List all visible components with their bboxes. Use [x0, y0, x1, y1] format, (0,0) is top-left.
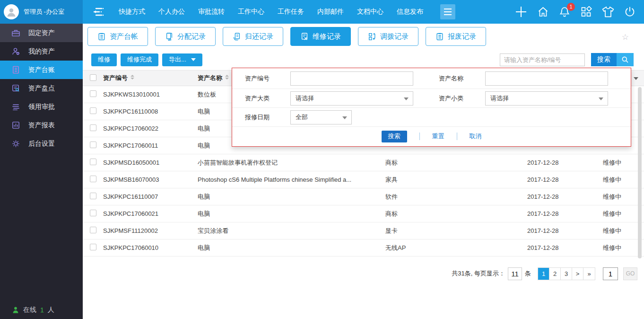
page-2-button[interactable]: 2 [549, 268, 561, 280]
row-checkbox[interactable] [90, 176, 96, 182]
tab-return-records[interactable]: 归还记录 [223, 27, 283, 46]
cancel-link[interactable]: 取消 [470, 132, 482, 141]
row-checkbox[interactable] [90, 193, 96, 199]
select-all-checkbox[interactable] [90, 74, 96, 81]
sidebar-item-asset-ledger[interactable]: 资产台账 [0, 61, 83, 79]
sidebar-item-label: 资产报表 [28, 121, 55, 130]
tab-allocation-records[interactable]: 分配记录 [155, 27, 216, 46]
home-icon[interactable] [537, 6, 549, 18]
page-buttons: 1 2 3 > » [538, 267, 595, 280]
asset-code-cell: SJKPKPC17060011 [103, 142, 198, 149]
row-checkbox[interactable] [90, 124, 96, 131]
nav-item-info-publish[interactable]: 信息发布 [397, 8, 423, 16]
select-value: 请选择 [490, 94, 509, 103]
search-icon[interactable] [617, 53, 634, 66]
sort-icon[interactable] [225, 75, 229, 80]
notifications-bell-icon[interactable]: 1 [559, 6, 570, 18]
user-avatar-icon [6, 6, 17, 18]
topbar-actions: 1 [515, 6, 635, 18]
apps-grid-icon[interactable] [580, 6, 592, 18]
asset-code-cell: SJKPKPC17060010 [103, 244, 198, 251]
avatar[interactable] [4, 4, 19, 19]
pagination: 共31条, 每页显示： 条 1 2 3 > » GO [452, 265, 637, 282]
toolbar: 维修 维修完成 导出... 搜索 [83, 49, 644, 70]
tab-scrap-records[interactable]: 报废记录 [426, 27, 486, 46]
row-checkbox[interactable] [90, 107, 96, 114]
asset-code-input[interactable] [290, 71, 413, 86]
more-menu-button[interactable] [440, 4, 455, 19]
major-category-select[interactable]: 请选择 [290, 91, 413, 106]
page-1-button[interactable]: 1 [538, 268, 549, 280]
repair-date-select[interactable]: 全部 [290, 110, 352, 124]
logout-power-icon[interactable] [624, 6, 635, 18]
tab-label: 分配记录 [177, 32, 206, 41]
clipboard-icon [97, 32, 106, 41]
user-name: 管理员 -办公室 [24, 8, 64, 16]
sort-icon[interactable] [131, 75, 134, 80]
sidebar-item-fixed-assets[interactable]: 固定资产 [0, 24, 83, 42]
table-scrollbar[interactable] [638, 87, 642, 258]
sidebar-item-asset-inventory[interactable]: 资产盘点 [0, 79, 83, 97]
go-button[interactable]: GO [623, 267, 637, 280]
table-row[interactable]: SJKPMSF11120002 宝贝涂涂看 显卡 2017-12-28 维修中 [83, 222, 644, 239]
nav-item-work-center[interactable]: 工作中心 [238, 8, 264, 16]
panel-search-button[interactable]: 搜索 [382, 131, 407, 142]
row-checkbox[interactable] [90, 90, 96, 97]
search-button[interactable]: 搜索 [591, 53, 634, 66]
sidebar-item-requisition-approval[interactable]: 领用审批 [0, 97, 83, 116]
header-asset-code[interactable]: 资产编号 [103, 74, 198, 82]
table-row[interactable]: SJKPKPC17060021 电脑 商标 2017-12-28 维修中 [83, 205, 644, 222]
row-checkbox[interactable] [90, 244, 96, 250]
row-checkbox[interactable] [90, 142, 96, 148]
category-cell: 家具 [385, 176, 527, 184]
page-3-button[interactable]: 3 [561, 268, 572, 280]
nav-item-document-center[interactable]: 文档中心 [357, 8, 383, 16]
nav-item-work-tasks[interactable]: 工作任务 [278, 8, 304, 16]
sidebar-item-asset-reports[interactable]: 资产报表 [0, 116, 83, 134]
tab-transfer-records[interactable]: 调拨记录 [358, 27, 418, 46]
table-row[interactable]: SJKPMSB16070003 Photoshop cS6 Multiple P… [83, 171, 644, 188]
next-page-button[interactable]: > [572, 268, 583, 280]
category-cell: 显卡 [385, 227, 527, 235]
goto-page-input[interactable] [603, 267, 618, 280]
record-tabs: 资产台帐 分配记录 归还记录 维修记录 调拨记录 报废记录 ☆ [83, 24, 644, 49]
row-checkbox[interactable] [90, 159, 96, 165]
asset-code-cell: SJKPMSB16070003 [103, 176, 198, 183]
sidebar-item-admin-settings[interactable]: 后台设置 [0, 134, 83, 153]
quick-search-input[interactable] [500, 53, 585, 66]
favorite-star-icon[interactable]: ☆ [622, 32, 629, 42]
nav-item-shortcuts[interactable]: 快捷方式 [119, 8, 145, 16]
user-block[interactable]: 管理员 -办公室 [0, 0, 83, 24]
caret-down-icon [404, 97, 409, 100]
add-icon[interactable] [515, 6, 527, 18]
blocks-transfer-icon [368, 32, 376, 41]
online-count: 1 [40, 306, 44, 314]
tab-repair-records[interactable]: 维修记录 [290, 27, 351, 46]
collapse-sidebar-icon[interactable] [92, 7, 104, 17]
category-cell: 软件 [385, 193, 527, 201]
sidebar-item-my-assets[interactable]: 我的资产 [0, 42, 83, 61]
reset-link[interactable]: 重置 [432, 132, 444, 141]
nav-item-approval-flow[interactable]: 审批流转 [198, 8, 225, 16]
repair-done-button[interactable]: 维修完成 [121, 53, 158, 66]
export-button[interactable]: 导出... [162, 53, 202, 66]
theme-shirt-icon[interactable] [602, 6, 614, 18]
row-checkbox[interactable] [90, 210, 96, 216]
export-label: 导出... [169, 55, 186, 64]
table-row[interactable]: SJKPKPC17060010 电脑 无线AP 2017-12-28 维修中 [83, 239, 644, 257]
search-button-label: 搜索 [591, 53, 617, 66]
row-checkbox[interactable] [90, 227, 96, 233]
repair-button[interactable]: 维修 [91, 53, 117, 66]
tab-asset-ledger[interactable]: 资产台帐 [87, 27, 148, 46]
date-cell: 2017-12-28 [527, 176, 603, 183]
nav-item-internal-mail[interactable]: 内部邮件 [317, 8, 344, 16]
nav-item-personal-office[interactable]: 个人办公 [158, 8, 185, 16]
table-row[interactable]: SJKPMSD16050001 小苗苗智能故事机著作权登记 商标 2017-12… [83, 154, 644, 171]
column-options-caret-icon[interactable] [634, 77, 638, 80]
last-page-button[interactable]: » [583, 268, 595, 280]
table-row[interactable]: SJKPKPC16110007 电脑 软件 2017-12-28 维修中 [83, 188, 644, 205]
minor-category-select[interactable]: 请选择 [485, 91, 608, 106]
asset-code-label: 资产编号 [232, 74, 290, 83]
page-size-input[interactable] [508, 267, 522, 280]
asset-name-input[interactable] [485, 71, 608, 86]
